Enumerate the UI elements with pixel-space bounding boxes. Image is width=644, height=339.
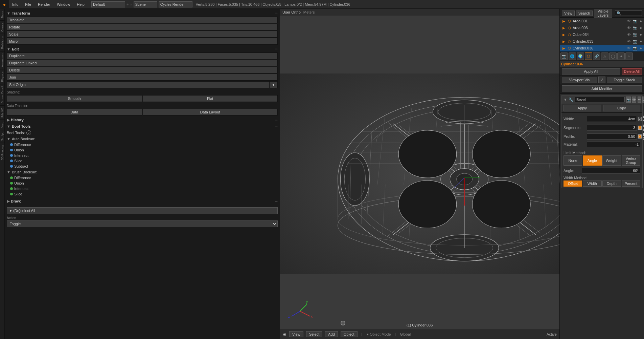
select-menu[interactable]: Select xyxy=(306,331,323,337)
bevel-render-icon[interactable]: 📷 xyxy=(626,97,631,103)
brush-slice[interactable]: Slice xyxy=(10,191,278,197)
tab-relations[interactable]: Relations xyxy=(0,34,4,51)
cube034-dot-icon[interactable]: ● xyxy=(640,33,642,37)
delete-all-btn[interactable]: Delete All xyxy=(622,68,642,75)
menu-file[interactable]: File xyxy=(22,0,34,8)
smooth-btn[interactable]: Smooth xyxy=(7,95,142,102)
outliner-item-cube034[interactable]: ▶ ⬡ Cube.034 👁 📷 ● xyxy=(560,31,644,38)
auto-boolean-header[interactable]: ▼Auto Boolean: xyxy=(7,136,278,142)
action-select[interactable]: Toggle xyxy=(7,220,278,227)
scene-select[interactable] xyxy=(134,1,157,7)
bevel-up-icon[interactable]: ▲ xyxy=(642,97,644,103)
tab-create[interactable]: Create xyxy=(0,20,4,34)
viewport-perspective-icon[interactable]: ⊞ xyxy=(282,332,286,337)
set-origin-dropdown[interactable]: ▼ xyxy=(269,81,278,88)
width-width-btn[interactable]: Width xyxy=(583,181,601,187)
area001-camera-icon[interactable]: 📷 xyxy=(633,19,638,23)
cyl036-camera-icon[interactable]: 📷 xyxy=(633,46,638,50)
bevel-collapse-arrow[interactable]: ▼ xyxy=(564,98,567,102)
tab-misc[interactable]: Misc xyxy=(0,120,4,130)
menu-window[interactable]: Window xyxy=(53,0,73,8)
tab-grease-pencil[interactable]: Grease Pencil xyxy=(0,84,4,105)
viewport[interactable]: User Ortho Meters xyxy=(280,9,559,339)
prop-icon-camera[interactable]: 📷 xyxy=(560,52,568,60)
profile-param-input[interactable] xyxy=(587,133,637,140)
view-btn[interactable]: View xyxy=(562,10,575,16)
prop-icon-material[interactable]: ◯ xyxy=(609,52,617,60)
prop-icon-data[interactable]: △ xyxy=(601,52,608,60)
prop-icon-constraints[interactable]: 🔗 xyxy=(593,52,600,60)
auto-slice[interactable]: Slice xyxy=(10,158,278,164)
flat-btn[interactable]: Flat xyxy=(143,95,278,102)
duplicate-linked-btn[interactable]: Duplicate Linked xyxy=(7,60,278,66)
outliner-search-input[interactable] xyxy=(615,10,642,16)
cube034-eye-icon[interactable]: 👁 xyxy=(627,33,631,37)
data-layout-btn[interactable]: Data Layout xyxy=(143,109,278,115)
tab-tools[interactable]: Tools xyxy=(0,9,4,20)
outliner-item-area003[interactable]: ▶ ⬡ Area.003 👁 📷 ● xyxy=(560,24,644,31)
width-offset-btn[interactable]: Offset xyxy=(564,181,582,187)
apply-all-btn[interactable]: Apply All xyxy=(562,68,620,75)
screen-select[interactable] xyxy=(91,1,125,7)
brush-intersect[interactable]: Intersect xyxy=(10,186,278,191)
width-param-input[interactable] xyxy=(587,116,637,122)
menu-render[interactable]: Render xyxy=(34,0,53,8)
bevel-edit-icon[interactable]: ✏ xyxy=(638,97,641,103)
limit-weight-btn[interactable]: Weight xyxy=(602,155,621,166)
mirror-btn[interactable]: Mirror xyxy=(7,38,278,45)
brush-union[interactable]: Union xyxy=(10,181,278,186)
join-btn[interactable]: Join xyxy=(7,74,278,81)
translate-btn[interactable]: Translate xyxy=(7,17,278,23)
angle-input[interactable] xyxy=(582,168,640,174)
data-btn[interactable]: Data xyxy=(7,109,142,115)
menu-help[interactable]: Help xyxy=(73,0,88,8)
auto-difference[interactable]: Difference xyxy=(10,142,278,147)
visible-layers-btn[interactable]: Visible Layers xyxy=(594,9,612,18)
tab-physics[interactable]: Physics xyxy=(0,69,4,84)
material-param-input[interactable] xyxy=(587,141,640,147)
width-depth-btn[interactable]: Depth xyxy=(602,181,621,187)
bool-tools-section-header[interactable]: ▼Bool Tools ··· xyxy=(7,123,278,129)
cube034-camera-icon[interactable]: 📷 xyxy=(633,33,638,37)
expand-vis-btn[interactable]: ⤢ xyxy=(598,77,605,83)
cyl036-dot-icon[interactable]: ● xyxy=(640,46,642,50)
transform-section-header[interactable]: ▼Transform ··· xyxy=(7,10,278,16)
area003-camera-icon[interactable]: 📷 xyxy=(633,26,638,30)
bool-tools-help[interactable]: ? xyxy=(26,130,31,135)
tab-file-io[interactable]: File I/O xyxy=(0,105,4,120)
limit-none-btn[interactable]: None xyxy=(564,155,582,166)
cyl033-camera-icon[interactable]: 📷 xyxy=(633,39,638,44)
area003-dot-icon[interactable]: ● xyxy=(640,26,642,30)
area003-eye-icon[interactable]: 👁 xyxy=(627,26,631,30)
area001-eye-icon[interactable]: 👁 xyxy=(627,19,631,23)
prop-icon-physics[interactable]: ≈ xyxy=(625,52,633,60)
limit-angle-btn[interactable]: Angle xyxy=(583,155,601,166)
bevel-eye-icon[interactable]: 👁 xyxy=(632,97,636,103)
draw-section-header[interactable]: ▶Draw: ··· xyxy=(7,198,278,205)
add-menu[interactable]: Add xyxy=(325,331,338,337)
outliner-item-cyl036[interactable]: ▶ ⬡ Cylinder.036 👁 📷 ● xyxy=(560,45,644,51)
width-percent-btn[interactable]: Percent xyxy=(622,181,640,187)
bevel-name-input[interactable] xyxy=(575,97,625,102)
limit-vertex-group-btn[interactable]: Vertex Group xyxy=(622,155,640,166)
outliner-item-area001[interactable]: ▶ ⬡ Area.001 👁 📷 ● xyxy=(560,18,644,24)
toggle-stack-btn[interactable]: Toggle Stack xyxy=(607,77,642,83)
brush-difference[interactable]: Difference xyxy=(10,175,278,181)
prop-icon-particles[interactable]: ✦ xyxy=(617,52,625,60)
bevel-copy-btn[interactable]: Copy xyxy=(603,105,641,111)
tab-sculpt[interactable]: Sculpt xyxy=(0,130,4,143)
auto-union[interactable]: Union xyxy=(10,147,278,153)
tab-animation[interactable]: Animation xyxy=(0,51,4,69)
viewport-vis-btn[interactable]: Viewport Vis xyxy=(562,77,597,83)
segments-param-input[interactable] xyxy=(587,125,637,131)
menu-info[interactable]: Info xyxy=(9,0,22,8)
object-menu[interactable]: Object xyxy=(341,331,358,337)
prop-icon-world[interactable]: 🌍 xyxy=(577,52,584,60)
auto-subtract[interactable]: Subtract xyxy=(10,164,278,169)
tab-3d-printing[interactable]: 3D Printing xyxy=(0,143,4,163)
cyl033-eye-icon[interactable]: 👁 xyxy=(627,39,631,43)
set-origin-btn[interactable]: Set Origin xyxy=(7,81,269,88)
nav-circle[interactable] xyxy=(341,321,345,325)
brush-boolean-header[interactable]: ▼Brush Boolean: xyxy=(7,169,278,175)
cyl033-dot-icon[interactable]: ● xyxy=(640,39,642,43)
